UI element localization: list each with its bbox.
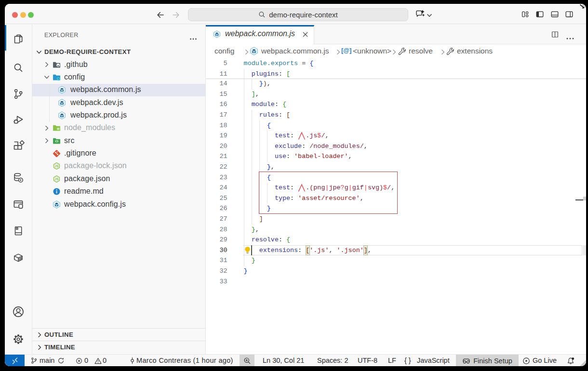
svg-text:JS: JS <box>54 165 59 168</box>
svg-text:JS: JS <box>54 177 59 181</box>
